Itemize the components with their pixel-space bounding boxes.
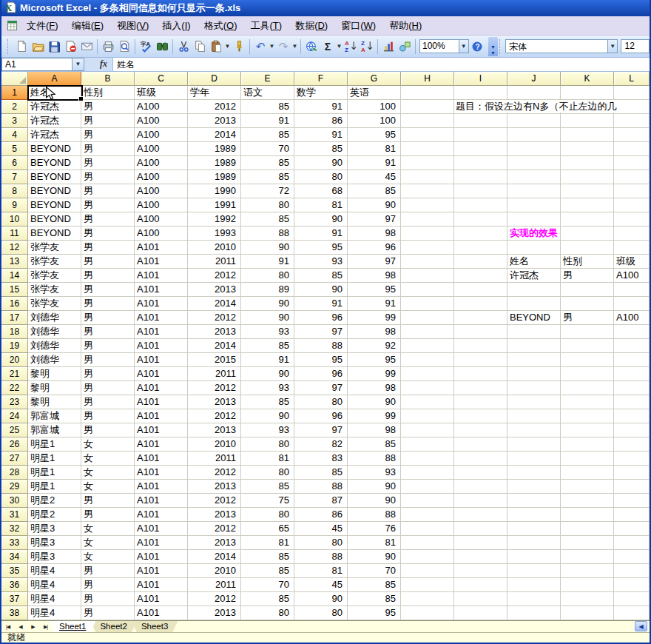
row-header-37[interactable]: 37 [1,592,28,606]
cell-C12[interactable]: A101 [135,241,188,255]
cell-D8[interactable]: 1990 [188,184,241,198]
cell-I19[interactable] [454,339,507,353]
cell-E19[interactable]: 85 [241,339,294,353]
cell-B18[interactable]: 男 [81,325,135,339]
cell-H18[interactable] [401,325,454,339]
cell-E26[interactable]: 80 [241,437,294,452]
prev-sheet-icon[interactable]: ◀ [14,621,27,632]
cell-F29[interactable]: 88 [294,480,348,494]
cell-E12[interactable]: 90 [241,241,294,255]
row-header-25[interactable]: 25 [1,423,28,437]
cell-J34[interactable] [507,550,561,564]
cell-F37[interactable]: 90 [294,592,348,606]
cell-A30[interactable]: 明星2 [28,494,81,508]
cell-B2[interactable]: 男 [81,100,135,114]
cell-K11[interactable] [561,227,614,241]
cell-L4[interactable] [614,128,650,142]
cell-K36[interactable] [561,578,614,592]
cell-J11[interactable]: 实现的效果 [507,227,561,241]
cell-H6[interactable] [401,156,454,170]
cell-K13[interactable]: 性别 [561,255,614,269]
research-icon[interactable] [154,38,170,55]
row-header-33[interactable]: 33 [1,536,28,550]
cell-F18[interactable]: 97 [294,325,348,339]
cell-G26[interactable]: 85 [348,437,401,452]
col-header-C[interactable]: C [135,72,188,86]
cell-G4[interactable]: 95 [348,128,401,142]
cell-H14[interactable] [401,269,454,283]
cell-L19[interactable] [614,339,650,353]
cell-E16[interactable]: 90 [241,297,294,311]
cell-H1[interactable] [401,86,454,100]
row-header-15[interactable]: 15 [1,283,28,297]
cell-K15[interactable] [561,283,614,297]
cell-K1[interactable] [561,86,614,100]
cell-F14[interactable]: 85 [294,269,348,283]
col-header-A[interactable]: A [28,72,81,86]
redo-dropdown-icon[interactable]: ▼ [291,43,298,50]
cell-K16[interactable] [561,297,614,311]
cell-I8[interactable] [454,184,507,198]
cell-D34[interactable]: 2014 [188,550,241,564]
cell-F7[interactable]: 80 [294,170,348,184]
cell-K19[interactable] [561,339,614,353]
cell-L10[interactable] [614,212,650,227]
row-header-26[interactable]: 26 [1,437,28,452]
cell-C33[interactable]: A101 [135,536,188,550]
cell-B24[interactable]: 男 [81,409,135,423]
cell-D17[interactable]: 2012 [188,311,241,325]
cell-K4[interactable] [561,128,614,142]
cell-H33[interactable] [401,536,454,550]
cell-B37[interactable]: 男 [81,592,135,606]
cell-F5[interactable]: 85 [294,142,348,156]
font-name-select[interactable]: 宋体 [505,39,608,53]
cell-B6[interactable]: 男 [81,156,135,170]
cell-J16[interactable] [507,297,561,311]
cell-H5[interactable] [401,142,454,156]
cell-K34[interactable] [561,550,614,564]
cell-K32[interactable] [561,522,614,536]
cell-C1[interactable]: 班级 [135,86,188,100]
cell-L32[interactable] [614,522,650,536]
cell-D6[interactable]: 1989 [188,156,241,170]
cell-D31[interactable]: 2013 [188,508,241,522]
cell-J7[interactable] [507,170,561,184]
col-header-K[interactable]: K [561,72,614,86]
cell-B38[interactable]: 男 [81,606,135,620]
cell-I7[interactable] [454,170,507,184]
cell-I14[interactable] [454,269,507,283]
cell-J31[interactable] [507,508,561,522]
cell-E14[interactable]: 80 [241,269,294,283]
font-name-dropdown-icon[interactable]: ▼ [608,39,618,53]
cell-E34[interactable]: 85 [241,550,294,564]
cell-E29[interactable]: 85 [241,480,294,494]
col-header-D[interactable]: D [188,72,241,86]
cell-H38[interactable] [401,606,454,620]
cell-K7[interactable] [561,170,614,184]
cell-G14[interactable]: 98 [348,269,401,283]
row-header-16[interactable]: 16 [1,297,28,311]
cell-H25[interactable] [401,423,454,437]
cell-C26[interactable]: A101 [135,437,188,452]
cell-J30[interactable] [507,494,561,508]
cell-L18[interactable] [614,325,650,339]
cell-A29[interactable]: 明星1 [28,480,81,494]
cell-F16[interactable]: 91 [294,297,348,311]
cell-E15[interactable]: 89 [241,283,294,297]
cell-B21[interactable]: 男 [81,367,135,381]
print-icon[interactable] [100,38,116,55]
cell-C24[interactable]: A101 [135,409,188,423]
cell-E28[interactable]: 80 [241,466,294,480]
cell-J12[interactable] [507,241,561,255]
row-header-3[interactable]: 3 [1,114,28,128]
cell-F12[interactable]: 95 [294,241,348,255]
permission-icon[interactable] [62,38,78,55]
cell-F31[interactable]: 86 [294,508,348,522]
cell-L35[interactable] [614,564,650,578]
cell-D11[interactable]: 1993 [188,227,241,241]
cell-L11[interactable] [614,227,650,241]
cell-K20[interactable] [561,353,614,367]
row-header-1[interactable]: 1 [1,86,28,100]
cell-F17[interactable]: 96 [294,311,348,325]
save-icon[interactable] [46,38,62,55]
